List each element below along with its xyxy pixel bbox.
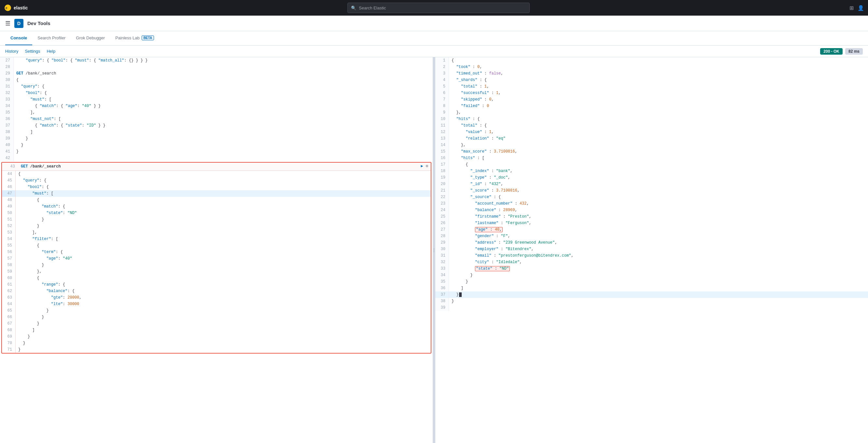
code-line: 28 bbox=[0, 64, 433, 70]
code-line: 61 "range": { bbox=[2, 281, 431, 288]
tab-console[interactable]: Console bbox=[5, 31, 32, 45]
request-header-icons: ▶ ⚙ bbox=[421, 163, 428, 169]
code-line: 64 "lte": 30000 bbox=[2, 301, 431, 307]
request-block: 43 GET /bank/_search ▶ ⚙ 44 { 45 "query"… bbox=[1, 162, 431, 353]
code-line: 48 { bbox=[2, 197, 431, 203]
code-line: 71 } bbox=[2, 346, 431, 353]
code-line: 8 "failed" : 0 bbox=[435, 103, 868, 109]
code-line: 22 "_source" : { bbox=[435, 194, 868, 200]
tab-search-profiler-label: Search Profiler bbox=[37, 35, 65, 40]
code-line: 18 "_index" : "bank", bbox=[435, 168, 868, 174]
tab-console-label: Console bbox=[10, 35, 27, 40]
request-header: 43 GET /bank/_search ▶ ⚙ bbox=[2, 163, 431, 171]
code-line: 50 "state": "ND" bbox=[2, 210, 431, 216]
search-placeholder: Search Elastic bbox=[359, 5, 386, 10]
code-line: 45 "query": { bbox=[2, 177, 431, 184]
code-line: 63 "gte": 20000, bbox=[2, 294, 431, 301]
code-line: 56 "term": { bbox=[2, 249, 431, 255]
settings-link[interactable]: Settings bbox=[25, 49, 40, 54]
top-nav-icons: ⊞ 👤 bbox=[849, 5, 864, 11]
elastic-logo-icon: e bbox=[4, 4, 12, 12]
code-line: 20 "_id" : "432", bbox=[435, 181, 868, 188]
code-line-active: 47 "must": [ bbox=[2, 190, 431, 197]
tab-search-profiler[interactable]: Search Profiler bbox=[32, 31, 71, 45]
editor-panel: 27 "query": { "bool": { "must": { "match… bbox=[0, 57, 433, 443]
code-line: 51 } bbox=[2, 216, 431, 223]
code-line: 25 "firstname" : "Preston", bbox=[435, 213, 868, 220]
svg-text:e: e bbox=[5, 6, 7, 10]
code-line: 34 { "match": { "age": "40" } } bbox=[0, 103, 433, 109]
toolbar-links: History Settings Help bbox=[5, 49, 55, 54]
code-line: 26 "lastname" : "Ferguson", bbox=[435, 220, 868, 226]
elastic-logo[interactable]: e elastic bbox=[4, 4, 28, 12]
code-line: 67 } bbox=[2, 320, 431, 327]
code-line-highlighted-state: 33 "state" : "ND" bbox=[435, 265, 868, 272]
code-line: 27 "query": { "bool": { "must": { "match… bbox=[0, 57, 433, 64]
tab-grok-debugger-label: Grok Debugger bbox=[76, 35, 105, 40]
editor-content[interactable]: 27 "query": { "bool": { "must": { "match… bbox=[0, 57, 433, 443]
status-ms-badge: 82 ms bbox=[845, 48, 863, 55]
beta-badge: BETA bbox=[142, 35, 154, 40]
code-line: 62 "balance": { bbox=[2, 288, 431, 294]
main-content: 27 "query": { "bool": { "must": { "match… bbox=[0, 57, 868, 443]
code-line: 31 "query": { bbox=[0, 83, 433, 90]
response-content[interactable]: 1 { 2 "took" : 0, 3 "timed_out" : false,… bbox=[435, 57, 868, 443]
code-line: 53 ], bbox=[2, 229, 431, 236]
code-line: 41 } bbox=[0, 148, 433, 155]
code-line: 69 } bbox=[2, 333, 431, 340]
code-line: 16 "hits" : [ bbox=[435, 155, 868, 161]
run-icon[interactable]: ▶ bbox=[421, 163, 423, 169]
status-badges: 200 - OK 82 ms bbox=[820, 48, 863, 55]
user-icon[interactable]: 👤 bbox=[858, 5, 864, 11]
top-nav: e elastic 🔍 Search Elastic ⊞ 👤 bbox=[0, 0, 868, 15]
code-line: 13 "relation" : "eq" bbox=[435, 135, 868, 142]
code-line: 3 "timed_out" : false, bbox=[435, 70, 868, 77]
code-line: 42 bbox=[0, 155, 433, 161]
code-line: 65 } bbox=[2, 307, 431, 314]
code-line: 14 }, bbox=[435, 142, 868, 148]
code-line: 36 "must_not": [ bbox=[0, 116, 433, 122]
status-ok-badge: 200 - OK bbox=[820, 48, 843, 55]
code-line: 35 } bbox=[435, 278, 868, 285]
tab-grok-debugger[interactable]: Grok Debugger bbox=[71, 31, 110, 45]
code-line: 7 "skipped" : 0, bbox=[435, 96, 868, 103]
panel-divider[interactable] bbox=[433, 57, 435, 443]
history-link[interactable]: History bbox=[5, 49, 18, 54]
code-line: 28 "gender" : "F", bbox=[435, 233, 868, 239]
code-line: 55 { bbox=[2, 242, 431, 249]
code-line: 35 ], bbox=[0, 109, 433, 116]
tab-painless-lab-label: Painless Lab bbox=[115, 35, 140, 40]
search-bar[interactable]: 🔍 Search Elastic bbox=[347, 3, 530, 13]
tab-painless-lab[interactable]: Painless Lab BETA bbox=[110, 31, 159, 45]
hamburger-menu[interactable]: ☰ bbox=[5, 20, 10, 27]
code-line: 12 "value" : 1, bbox=[435, 129, 868, 135]
tab-bar: Console Search Profiler Grok Debugger Pa… bbox=[0, 31, 868, 45]
code-line: 21 "_score" : 3.7100816, bbox=[435, 188, 868, 194]
help-link[interactable]: Help bbox=[46, 49, 55, 54]
search-bar-wrapper: 🔍 Search Elastic bbox=[32, 3, 845, 13]
code-line: 38 ] bbox=[0, 129, 433, 135]
code-line-highlighted-age: 27 "age" : 40, bbox=[435, 226, 868, 233]
code-line: 39 bbox=[435, 304, 868, 311]
code-line: 32 "bool": { bbox=[0, 90, 433, 96]
code-line: 32 "city" : "Idledale", bbox=[435, 259, 868, 265]
code-line: 11 "total" : { bbox=[435, 122, 868, 129]
wrench-icon[interactable]: ⚙ bbox=[426, 163, 428, 169]
code-line: 19 "_type" : "_doc", bbox=[435, 174, 868, 181]
app-title: Dev Tools bbox=[27, 21, 51, 26]
code-line: 59 }, bbox=[2, 268, 431, 275]
code-line: 60 { bbox=[2, 275, 431, 281]
response-panel: 1 { 2 "took" : 0, 3 "timed_out" : false,… bbox=[435, 57, 868, 443]
code-line: 6 "successful" : 1, bbox=[435, 90, 868, 96]
code-line: 29 "address" : "239 Greenwood Avenue", bbox=[435, 239, 868, 246]
code-line: 31 "email" : "prestonferguson@bitendrex.… bbox=[435, 252, 868, 259]
code-line: 2 "took" : 0, bbox=[435, 64, 868, 70]
code-line: 49 "match": { bbox=[2, 203, 431, 210]
code-line: 54 "filter": [ bbox=[2, 236, 431, 242]
code-line: 66 } bbox=[2, 314, 431, 320]
code-line: 1 { bbox=[435, 57, 868, 64]
code-line: 57 "age": "40" bbox=[2, 255, 431, 262]
grid-icon[interactable]: ⊞ bbox=[849, 5, 854, 11]
code-line: 68 ] bbox=[2, 327, 431, 333]
code-line: 70 } bbox=[2, 340, 431, 346]
